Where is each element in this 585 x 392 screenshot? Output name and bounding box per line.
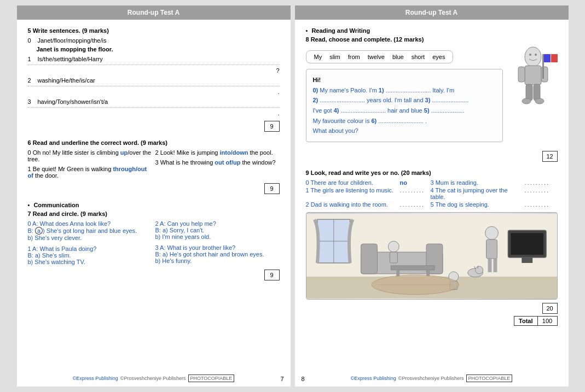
section-9-title: 9 Look, read and write yes or no. (20 ma… <box>306 169 558 176</box>
svg-point-9 <box>535 54 537 56</box>
svg-rect-12 <box>551 54 551 62</box>
svg-rect-28 <box>522 258 532 263</box>
section-5: 5 Write sentences. (9 marks) 0 Janet/flo… <box>28 27 280 132</box>
left-footer: ©Express Publishing ©Prosveshcheniye Pub… <box>17 375 291 382</box>
svg-rect-34 <box>390 252 397 263</box>
svg-rect-21 <box>361 244 377 274</box>
svg-point-29 <box>485 226 498 239</box>
reading-box: Hi! 0) My name's Paolo. I'm 1) .........… <box>306 69 503 142</box>
svg-point-6 <box>522 98 531 104</box>
section-7-title: 7 Read and circle. (9 marks) <box>28 210 280 217</box>
section-8-title: 8 Read, choose and complete. (12 marks) <box>306 36 558 43</box>
publisher1-left: ©Express Publishing <box>73 376 118 381</box>
photocopiable-left: PHOTOCOPIABLE <box>188 375 235 382</box>
svg-rect-4 <box>526 84 532 101</box>
publisher2-left: ©Prosveshcheniye Publishers <box>120 376 186 381</box>
yes-no-grid: 0 There are four children. no 3 Mum is r… <box>306 179 558 208</box>
room-illustration <box>306 212 558 300</box>
total-row: Total 100 <box>306 316 558 326</box>
q5-0: 0 Janet/floor/mopping/the/is <box>28 37 280 44</box>
svg-point-38 <box>475 266 483 274</box>
svg-rect-13 <box>551 54 558 62</box>
svg-rect-11 <box>544 54 551 62</box>
section-8-score-box: 12 <box>306 151 558 162</box>
section-6-title: 6 Read and underline the correct word. (… <box>28 139 280 146</box>
page-number-left: 7 <box>280 376 283 382</box>
section-7-score-box: 9 <box>28 270 280 280</box>
q5-3: 3 having/Tony/shower/isn't/a <box>28 98 280 105</box>
section-5-title: 5 Write sentences. (9 marks) <box>28 27 280 34</box>
section-7: • Communication 7 Read and circle. (9 ma… <box>28 202 280 280</box>
section-5-score-box: 9 <box>28 121 280 132</box>
svg-point-33 <box>388 241 399 252</box>
photocopiable-right: PHOTOCOPIABLE <box>466 375 513 382</box>
right-footer: ©Express Publishing ©Prosveshcheniye Pub… <box>295 375 569 382</box>
section-6-score-box: 9 <box>28 183 280 194</box>
section-9-score-box: 20 <box>542 303 558 314</box>
q5-2: 2 washing/He/the/is/car <box>28 77 280 84</box>
word-bank: My slim from twelve blue short eyes <box>306 50 454 63</box>
section-9: 9 Look, read and write yes or no. (20 ma… <box>306 169 558 326</box>
character-illustration <box>508 46 558 118</box>
svg-rect-27 <box>511 233 543 255</box>
reading-writing-label: Reading and Writing <box>311 27 370 34</box>
left-page-header: Round-up Test A <box>17 5 291 20</box>
q5-1: 1 Is/the/setting/table/Harry <box>28 56 280 62</box>
svg-rect-10 <box>542 54 544 79</box>
section-6-content: 0 Oh no! My little sister is climbing up… <box>28 149 280 179</box>
svg-point-8 <box>529 54 531 56</box>
svg-rect-2 <box>518 67 525 82</box>
svg-rect-31 <box>488 259 491 272</box>
svg-point-7 <box>535 98 544 104</box>
svg-rect-23 <box>391 266 435 270</box>
svg-rect-3 <box>541 67 548 82</box>
publisher1-right: ©Express Publishing <box>351 376 396 381</box>
section-6: 6 Read and underline the correct word. (… <box>28 139 280 194</box>
svg-rect-32 <box>493 259 497 272</box>
section-8: 8 Read, choose and complete. (12 marks) … <box>306 36 558 162</box>
svg-rect-5 <box>534 84 540 101</box>
svg-rect-1 <box>525 66 541 85</box>
right-page: Round-up Test A • Reading and Writing 8 … <box>295 5 569 387</box>
publisher2-right: ©Prosveshcheniye Publishers <box>398 376 464 381</box>
svg-rect-30 <box>486 239 497 259</box>
svg-point-0 <box>525 47 541 67</box>
left-page: Round-up Test A 5 Write sentences. (9 ma… <box>17 5 291 387</box>
right-page-header: Round-up Test A <box>295 5 569 20</box>
section-7-content: 0 A: What does Anna look like? B: a) She… <box>28 220 280 265</box>
comm-label: Communication <box>33 202 79 208</box>
